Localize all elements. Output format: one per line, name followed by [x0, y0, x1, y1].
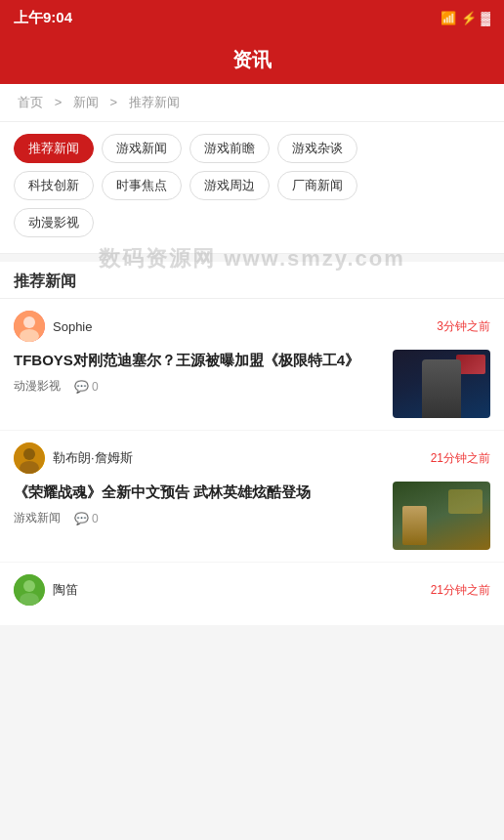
category-row-1: 推荐新闻 游戏新闻 游戏前瞻 游戏杂谈 — [14, 134, 490, 163]
news-content-2: 《荣耀战魂》全新中文预告 武林英雄炫酷登场 游戏新闻 💬 0 — [14, 482, 490, 550]
cat-game-peripheral[interactable]: 游戏周边 — [189, 171, 270, 200]
news-author-2: 勒布朗·詹姆斯 — [14, 442, 133, 474]
news-text-2: 《荣耀战魂》全新中文预告 武林英雄炫酷登场 游戏新闻 💬 0 — [14, 482, 383, 526]
category-row-2: 科技创新 时事焦点 游戏周边 厂商新闻 — [14, 171, 490, 200]
category-row-3: 动漫影视 — [14, 208, 490, 237]
avatar-lebron — [14, 442, 45, 474]
news-author-3: 陶笛 — [14, 574, 78, 606]
news-meta-2: 勒布朗·詹姆斯 21分钟之前 — [14, 442, 490, 474]
svg-point-4 — [23, 448, 35, 460]
news-title-1: TFBOYS对刚范迪塞尔？王源被曝加盟《极限特工4》 — [14, 350, 383, 370]
news-time-1: 3分钟之前 — [437, 318, 490, 335]
breadcrumb-sep2: > — [109, 95, 120, 109]
svg-point-7 — [23, 580, 35, 592]
svg-point-1 — [23, 316, 35, 328]
status-icons: 📶 ⚡ ▓ — [441, 11, 490, 25]
news-thumb-2 — [393, 482, 490, 550]
news-comments-1: 💬 0 — [74, 380, 99, 394]
cat-anime[interactable]: 动漫影视 — [14, 208, 94, 237]
news-list: Sophie 3分钟之前 TFBOYS对刚范迪塞尔？王源被曝加盟《极限特工4》 … — [0, 299, 504, 625]
news-item[interactable]: Sophie 3分钟之前 TFBOYS对刚范迪塞尔？王源被曝加盟《极限特工4》 … — [0, 299, 504, 430]
comment-count-1: 0 — [92, 380, 99, 394]
app-header: 资讯 — [0, 35, 504, 84]
cat-recommended[interactable]: 推荐新闻 — [14, 134, 94, 163]
news-author-1: Sophie — [14, 311, 92, 342]
news-content-1: TFBOYS对刚范迪塞尔？王源被曝加盟《极限特工4》 动漫影视 💬 0 — [14, 350, 490, 418]
news-category-1: 动漫影视 — [14, 378, 61, 395]
wifi-icon: 📶 — [441, 11, 456, 25]
news-item-2[interactable]: 勒布朗·詹姆斯 21分钟之前 《荣耀战魂》全新中文预告 武林英雄炫酷登场 游戏新… — [0, 431, 504, 562]
news-comments-2: 💬 0 — [74, 512, 99, 525]
comment-icon-1: 💬 — [74, 380, 89, 394]
header-title: 资讯 — [232, 47, 272, 73]
breadcrumb-home[interactable]: 首页 — [18, 95, 43, 109]
author-name-1: Sophie — [53, 319, 92, 334]
news-category-2: 游戏新闻 — [14, 510, 61, 526]
news-thumb-1 — [393, 350, 490, 418]
news-time-2: 21分钟之前 — [431, 450, 490, 467]
cat-game-talk[interactable]: 游戏杂谈 — [277, 134, 357, 163]
news-title-2: 《荣耀战魂》全新中文预告 武林英雄炫酷登场 — [14, 482, 383, 502]
cat-game-news[interactable]: 游戏新闻 — [102, 134, 182, 163]
news-footer-1: 动漫影视 💬 0 — [14, 378, 383, 395]
news-meta-1: Sophie 3分钟之前 — [14, 311, 490, 342]
breadcrumb-news[interactable]: 新闻 — [73, 95, 99, 109]
cat-game-preview[interactable]: 游戏前瞻 — [189, 134, 270, 163]
avatar-taodi — [14, 574, 45, 606]
category-section: 推荐新闻 游戏新闻 游戏前瞻 游戏杂谈 科技创新 时事焦点 游戏周边 厂商新闻 … — [0, 122, 504, 254]
cat-current-affairs[interactable]: 时事焦点 — [102, 171, 182, 200]
news-meta-3: 陶笛 21分钟之前 — [14, 574, 490, 606]
battery-icon: ▓ — [482, 11, 490, 25]
cat-tech[interactable]: 科技创新 — [14, 171, 94, 200]
status-bar: 上午9:04 📶 ⚡ ▓ — [0, 0, 504, 35]
charge-icon: ⚡ — [461, 11, 477, 25]
status-time: 上午9:04 — [14, 9, 72, 27]
news-footer-2: 游戏新闻 💬 0 — [14, 510, 383, 526]
breadcrumb: 首页 > 新闻 > 推荐新闻 — [0, 84, 504, 122]
news-text-1: TFBOYS对刚范迪塞尔？王源被曝加盟《极限特工4》 动漫影视 💬 0 — [14, 350, 383, 395]
news-time-3: 21分钟之前 — [431, 582, 490, 599]
author-name-2: 勒布朗·詹姆斯 — [53, 449, 133, 467]
cat-manufacturer[interactable]: 厂商新闻 — [277, 171, 357, 200]
news-item-3[interactable]: 陶笛 21分钟之前 — [0, 563, 504, 625]
breadcrumb-current: 推荐新闻 — [129, 95, 180, 109]
breadcrumb-sep1: > — [55, 95, 65, 109]
author-name-3: 陶笛 — [53, 581, 78, 599]
comment-icon-2: 💬 — [74, 512, 89, 525]
avatar-sophie — [14, 311, 45, 342]
comment-count-2: 0 — [92, 512, 99, 525]
section-title: 推荐新闻 — [0, 262, 504, 299]
